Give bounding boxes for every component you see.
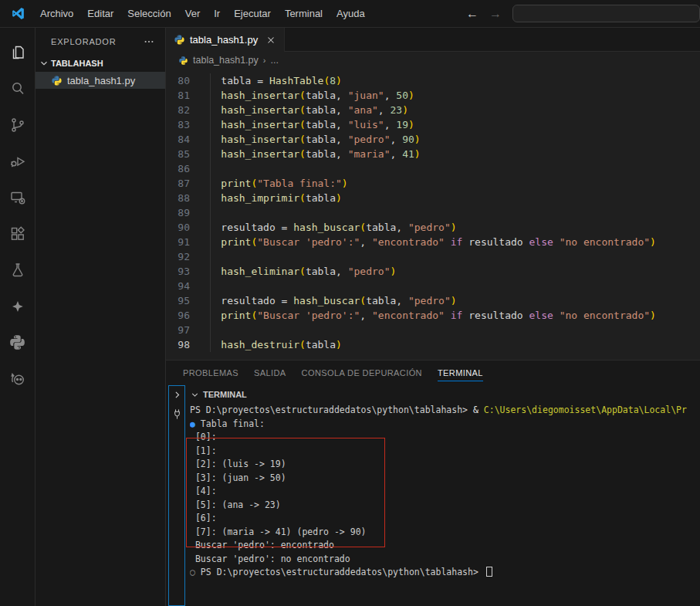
code-text: hash_destruir(tabla) bbox=[197, 337, 342, 352]
code-line[interactable]: 80 tabla = HashTable(8) bbox=[166, 73, 700, 88]
terminal-line: ○ PS D:\proyectos\estructuraddedatos\pyt… bbox=[190, 566, 700, 580]
code-text: hash_insertar(tabla, "luis", 19) bbox=[197, 117, 414, 132]
line-number: 81 bbox=[166, 88, 197, 103]
search-icon[interactable] bbox=[0, 70, 36, 107]
code-line[interactable]: 88 hash_imprimir(tabla) bbox=[166, 191, 700, 205]
code-text: hash_insertar(tabla, "juan", 50) bbox=[197, 88, 414, 103]
code-lines: 80 tabla = HashTable(8)81 hash_insertar(… bbox=[166, 73, 700, 352]
line-number: 97 bbox=[166, 323, 197, 337]
remote-explorer-icon[interactable] bbox=[0, 179, 36, 215]
breadcrumb[interactable]: tabla_hash1.py › ... bbox=[166, 52, 700, 69]
line-number: 88 bbox=[166, 191, 197, 205]
code-text: hash_insertar(tabla, "pedro", 90) bbox=[197, 132, 421, 147]
terminal-line: [2]: (luis -> 19) bbox=[190, 458, 700, 472]
sparkle-ai-icon[interactable] bbox=[0, 288, 36, 324]
file-label: tabla_hash1.py bbox=[67, 75, 135, 86]
code-line[interactable]: 96 print("Buscar 'pedro':", "encontrado"… bbox=[166, 308, 700, 323]
code-line[interactable]: 93 hash_eliminar(tabla, "pedro") bbox=[166, 264, 700, 279]
extensions-icon[interactable] bbox=[0, 215, 36, 252]
line-number: 82 bbox=[166, 103, 197, 117]
panel-tab-consola-de-depuraci-n[interactable]: CONSOLA DE DEPURACIÓN bbox=[294, 361, 430, 385]
terminal-line: [6]: bbox=[190, 512, 700, 526]
code-line[interactable]: 83 hash_insertar(tabla, "luis", 19) bbox=[166, 117, 700, 132]
terminal-line: Buscar 'pedro': encontrado bbox=[190, 539, 700, 553]
line-number: 89 bbox=[166, 205, 197, 220]
code-line[interactable]: 91 print("Buscar 'pedro':", "encontrado"… bbox=[166, 235, 700, 249]
breadcrumb-symbol[interactable]: ... bbox=[270, 55, 278, 66]
command-center-search[interactable] bbox=[512, 5, 700, 22]
terminal-line: ● Tabla final: bbox=[190, 418, 700, 432]
terminal-line: [0]: bbox=[190, 431, 700, 445]
python-file-icon bbox=[51, 75, 63, 86]
activity-bar bbox=[0, 28, 36, 606]
menu-editar[interactable]: Editar bbox=[80, 5, 120, 22]
code-line[interactable]: 92 bbox=[166, 249, 700, 264]
more-actions-icon[interactable] bbox=[144, 36, 154, 47]
code-line[interactable]: 90 resultado = hash_buscar(tabla, "pedro… bbox=[166, 220, 700, 235]
menu-ver[interactable]: Ver bbox=[178, 5, 208, 22]
terminal-output[interactable]: PS D:\proyectos\estructuraddedatos\pytho… bbox=[190, 404, 700, 606]
code-text: print("Tabla final:") bbox=[197, 176, 348, 191]
tab-label: tabla_hash1.py bbox=[190, 34, 258, 46]
panel-tab-problemas[interactable]: PROBLEMAS bbox=[175, 361, 246, 385]
code-line[interactable]: 94 bbox=[166, 279, 700, 293]
menu-archivo[interactable]: Archivo bbox=[33, 5, 80, 22]
menu-ir[interactable]: Ir bbox=[207, 5, 227, 22]
menu-ejecutar[interactable]: Ejecutar bbox=[227, 5, 278, 22]
menu-selección[interactable]: Selección bbox=[120, 5, 178, 22]
code-line[interactable]: 82 hash_insertar(tabla, "ana", 23) bbox=[166, 103, 700, 117]
code-line[interactable]: 87 print("Tabla final:") bbox=[166, 176, 700, 191]
line-number: 87 bbox=[166, 176, 197, 191]
navigate-back-icon[interactable]: ← bbox=[466, 7, 479, 21]
line-number: 85 bbox=[166, 147, 197, 161]
folder-row-tablahash[interactable]: TABLAHASH bbox=[36, 55, 165, 72]
line-number: 98 bbox=[166, 337, 197, 352]
chevron-right-icon[interactable] bbox=[172, 390, 182, 400]
file-row-tabla-hash1[interactable]: tabla_hash1.py bbox=[36, 72, 165, 89]
terminal-header-label: TERMINAL bbox=[203, 390, 247, 399]
panel-tab-salida[interactable]: SALIDA bbox=[246, 361, 294, 385]
python-icon[interactable] bbox=[0, 324, 36, 361]
code-line[interactable]: 98 hash_destruir(tabla) bbox=[166, 337, 700, 352]
code-text: print("Buscar 'pedro':", "encontrado" if… bbox=[197, 235, 656, 249]
tab-tabla-hash1[interactable]: tabla_hash1.py bbox=[166, 28, 285, 52]
python-file-icon bbox=[178, 56, 188, 66]
terminal-section-header[interactable]: TERMINAL bbox=[190, 385, 700, 404]
menu-terminal[interactable]: Terminal bbox=[278, 5, 330, 22]
source-control-icon[interactable] bbox=[0, 107, 36, 143]
line-number: 90 bbox=[166, 220, 197, 235]
title-bar: ArchivoEditarSelecciónVerIrEjecutarTermi… bbox=[0, 0, 700, 28]
chevron-down-icon bbox=[39, 58, 49, 69]
testing-icon[interactable] bbox=[0, 252, 36, 288]
chevron-down-icon bbox=[190, 390, 200, 400]
code-text: hash_insertar(tabla, "maria", 41) bbox=[197, 147, 421, 161]
line-number: 83 bbox=[166, 117, 197, 132]
panel-tab-terminal[interactable]: TERMINAL bbox=[430, 361, 491, 385]
line-number: 86 bbox=[166, 161, 197, 176]
code-editor[interactable]: 80 tabla = HashTable(8)81 hash_insertar(… bbox=[166, 69, 700, 360]
plug-icon[interactable] bbox=[172, 408, 182, 420]
line-number: 80 bbox=[166, 73, 197, 88]
ai-assistant-icon[interactable] bbox=[0, 361, 36, 397]
code-line[interactable]: 97 bbox=[166, 323, 700, 337]
breadcrumb-file[interactable]: tabla_hash1.py bbox=[193, 55, 259, 66]
tab-bar-empty-space bbox=[285, 28, 700, 52]
code-text: print("Buscar 'pedro':", "encontrado" if… bbox=[197, 308, 656, 323]
line-number: 91 bbox=[166, 235, 197, 249]
code-line[interactable]: 89 bbox=[166, 205, 700, 220]
files-explorer-icon[interactable] bbox=[0, 34, 36, 70]
code-line[interactable]: 81 hash_insertar(tabla, "juan", 50) bbox=[166, 88, 700, 103]
run-debug-icon[interactable] bbox=[0, 143, 36, 179]
navigate-forward-icon[interactable]: → bbox=[489, 7, 502, 21]
editor-tab-bar: tabla_hash1.py bbox=[166, 28, 700, 52]
terminal-line: [5]: (ana -> 23) bbox=[190, 499, 700, 513]
code-line[interactable]: 86 bbox=[166, 161, 700, 176]
menu-ayuda[interactable]: Ayuda bbox=[330, 5, 372, 22]
line-number: 93 bbox=[166, 264, 197, 279]
code-line[interactable]: 85 hash_insertar(tabla, "maria", 41) bbox=[166, 147, 700, 161]
terminal-line: [3]: (juan -> 50) bbox=[190, 472, 700, 486]
close-icon[interactable] bbox=[265, 35, 276, 46]
code-line[interactable]: 84 hash_insertar(tabla, "pedro", 90) bbox=[166, 132, 700, 147]
python-file-icon bbox=[174, 34, 185, 46]
code-line[interactable]: 95 resultado = hash_buscar(tabla, "pedro… bbox=[166, 293, 700, 308]
